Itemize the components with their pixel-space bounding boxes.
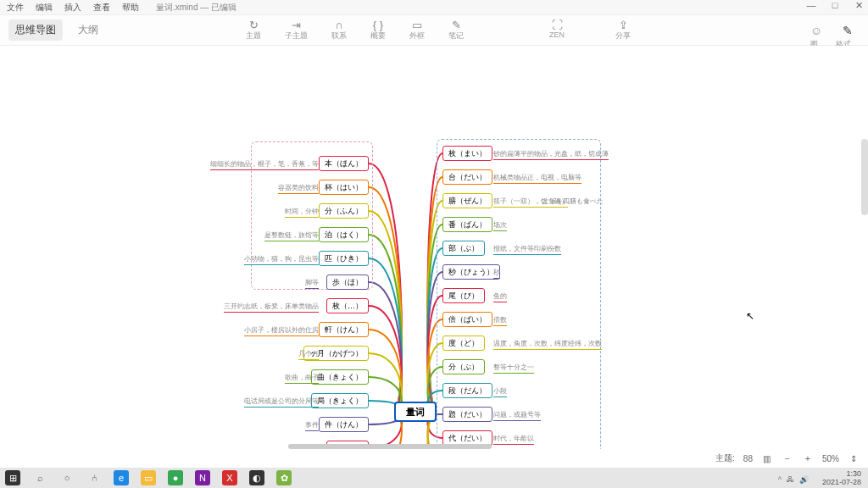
right-desc: 温度，角度，次数，纬度经纬，次数 bbox=[493, 339, 602, 350]
subtopic-icon: ⇥ bbox=[292, 19, 301, 30]
right-desc: 问题，或题号等 bbox=[493, 410, 541, 421]
left-desc: 时间，分钟 bbox=[285, 207, 319, 218]
right-node[interactable]: 膳（ぜん） bbox=[442, 193, 492, 208]
summary-icon: { } bbox=[373, 19, 383, 30]
right-node[interactable]: 倍（ばい） bbox=[442, 312, 492, 327]
left-desc: 是整数链，旅馆等 bbox=[264, 230, 319, 241]
subtopic-button[interactable]: ⇥子主题 bbox=[285, 19, 308, 42]
boundary-button[interactable]: ▭外框 bbox=[409, 19, 425, 42]
left-node[interactable]: 歩（ほ） bbox=[326, 274, 369, 290]
taskbar-app-3[interactable]: ⑃ bbox=[86, 470, 102, 485]
map-view-icon[interactable]: ▥ bbox=[761, 454, 773, 463]
topic-button[interactable]: ↻主题 bbox=[246, 19, 261, 42]
summary-button[interactable]: { }概要 bbox=[370, 19, 386, 42]
close-button[interactable]: ✕ bbox=[853, 0, 865, 11]
taskbar-app-0[interactable]: ⊞ bbox=[5, 470, 20, 485]
right-desc: 鱼的 bbox=[493, 291, 507, 302]
right-desc: 报纸，文件等印刷份数 bbox=[493, 244, 561, 255]
right-desc: 整等十分之一 bbox=[493, 363, 534, 374]
taskbar-app-4[interactable]: e bbox=[114, 470, 129, 485]
taskbar-app-10[interactable]: ✿ bbox=[276, 470, 292, 485]
taskbar: ⊞⌕○⑃e▭●NX◐✿ ^🖧🔊 1:30 2021-07-28 bbox=[0, 468, 868, 488]
left-node[interactable]: 分（ふん） bbox=[319, 203, 369, 219]
left-desc: 三开约志纸，板凳，床单类物品 bbox=[224, 302, 319, 313]
right-node[interactable]: 枚（まい） bbox=[442, 146, 492, 161]
right-node[interactable]: 段（だん） bbox=[442, 383, 492, 398]
right-desc: 小段 bbox=[493, 386, 507, 397]
share-icon: ⇪ bbox=[619, 19, 628, 30]
right-node[interactable]: 題（だい） bbox=[442, 407, 492, 422]
emoji-button[interactable]: ☺ bbox=[810, 24, 822, 37]
left-node[interactable]: 本（ほん） bbox=[319, 156, 369, 171]
left-desc: 几个月 bbox=[298, 349, 319, 360]
taskbar-app-9[interactable]: ◐ bbox=[249, 470, 264, 485]
menu-view[interactable]: 查看 bbox=[93, 2, 110, 14]
left-node[interactable]: 杯（はい） bbox=[319, 180, 369, 195]
tab-outline[interactable]: 大纲 bbox=[71, 19, 105, 41]
right-desc-extra: ご飯を四膳も食べた bbox=[542, 197, 604, 206]
left-node[interactable]: 枚（…） bbox=[326, 298, 369, 313]
clock[interactable]: 1:30 2021-07-28 bbox=[822, 469, 861, 486]
share-button[interactable]: ⇪分享 bbox=[615, 19, 631, 42]
right-node[interactable]: 部（ぶ） bbox=[442, 241, 485, 256]
right-node[interactable]: 秒（びょう） bbox=[442, 264, 500, 280]
relation-button[interactable]: ∩联系 bbox=[331, 19, 347, 42]
zoom-level[interactable]: 50% bbox=[822, 454, 839, 463]
left-desc: 歌曲，曲子 bbox=[285, 373, 319, 384]
menu-help[interactable]: 帮助 bbox=[122, 2, 139, 14]
mouse-cursor: ↖ bbox=[746, 310, 754, 322]
topic-icon: ↻ bbox=[249, 19, 259, 30]
fullscreen-icon: ⛶ bbox=[552, 19, 563, 30]
taskbar-app-6[interactable]: ● bbox=[168, 470, 183, 485]
right-node[interactable]: 台（だい） bbox=[442, 169, 492, 185]
document-title: 量词.xmind — 已编辑 bbox=[156, 2, 236, 14]
left-desc: 容器类的饮料 bbox=[278, 183, 319, 194]
left-desc: 细细长的物品，棍子，笔，香蕉，等 bbox=[210, 159, 319, 170]
right-desc: 钞的扁薄平的物品，光盘，纸，切成薄 bbox=[493, 149, 609, 160]
zen-button[interactable]: ⛶ZEN bbox=[549, 19, 565, 42]
left-desc: 事件 bbox=[305, 420, 319, 431]
menubar: 文件 编辑 插入 查看 帮助 量词.xmind — 已编辑 bbox=[0, 0, 868, 15]
taskbar-app-5[interactable]: ▭ bbox=[141, 470, 156, 485]
note-icon: ✎ bbox=[452, 19, 461, 30]
topics-label: 主题: bbox=[715, 452, 735, 464]
maximize-button[interactable]: □ bbox=[829, 0, 841, 11]
boundary-icon: ▭ bbox=[412, 19, 422, 30]
right-node[interactable]: 尾（び） bbox=[442, 288, 485, 303]
canvas[interactable]: 量词 本（ほん）细细长的物品，棍子，笔，香蕉，等杯（はい）容器类的饮料分（ふん）… bbox=[0, 46, 868, 449]
tab-mindmap[interactable]: 思维导图 bbox=[8, 19, 63, 41]
right-node[interactable]: 度（ど） bbox=[442, 336, 485, 351]
menu-edit[interactable]: 编辑 bbox=[36, 2, 53, 14]
brush-button[interactable]: ✎ bbox=[843, 24, 853, 37]
zoom-arrows-icon[interactable]: ⇕ bbox=[848, 454, 860, 463]
menu-file[interactable]: 文件 bbox=[7, 2, 24, 14]
taskbar-app-8[interactable]: X bbox=[222, 470, 237, 485]
menu-insert[interactable]: 插入 bbox=[64, 2, 81, 14]
left-desc: 小动物，猫，狗，昆虫等 bbox=[244, 254, 319, 265]
left-node[interactable]: 軒（けん） bbox=[319, 322, 369, 337]
left-node[interactable]: 曲（きょく） bbox=[311, 369, 369, 385]
vertical-scrollbar[interactable] bbox=[861, 139, 868, 215]
horizontal-scrollbar[interactable] bbox=[288, 444, 492, 449]
window-controls: — □ ✕ bbox=[805, 0, 865, 11]
right-node[interactable]: 分（ぶ） bbox=[442, 359, 485, 374]
taskbar-app-2[interactable]: ○ bbox=[59, 470, 75, 485]
center-node[interactable]: 量词 bbox=[394, 402, 437, 422]
left-node[interactable]: 匹（ひき） bbox=[319, 251, 369, 266]
relation-icon: ∩ bbox=[335, 19, 342, 30]
note-button[interactable]: ✎笔记 bbox=[448, 19, 464, 42]
toolbar: 思维导图 大纲 ↻主题⇥子主题∩联系{ }概要▭外框✎笔记 ⛶ZEN ⇪分享 ☺… bbox=[0, 15, 868, 46]
statusbar: 主题: 88 ▥ − + 50% ⇕ bbox=[715, 449, 860, 468]
left-node[interactable]: 件（けん） bbox=[319, 417, 369, 432]
right-desc: 机械类物品正，电视，电脑等 bbox=[493, 173, 581, 184]
left-node[interactable]: 局（きょく） bbox=[311, 393, 369, 408]
left-node[interactable]: 泊（はく） bbox=[319, 227, 369, 242]
zoom-in-button[interactable]: + bbox=[802, 454, 814, 463]
taskbar-app-1[interactable]: ⌕ bbox=[32, 470, 47, 485]
minimize-button[interactable]: — bbox=[805, 0, 817, 11]
taskbar-app-7[interactable]: N bbox=[195, 470, 210, 485]
right-node[interactable]: 番（ばん） bbox=[442, 217, 492, 232]
systray[interactable]: ^🖧🔊 bbox=[778, 475, 809, 484]
zoom-out-button[interactable]: − bbox=[782, 454, 793, 463]
right-desc: 倍数 bbox=[493, 315, 507, 326]
